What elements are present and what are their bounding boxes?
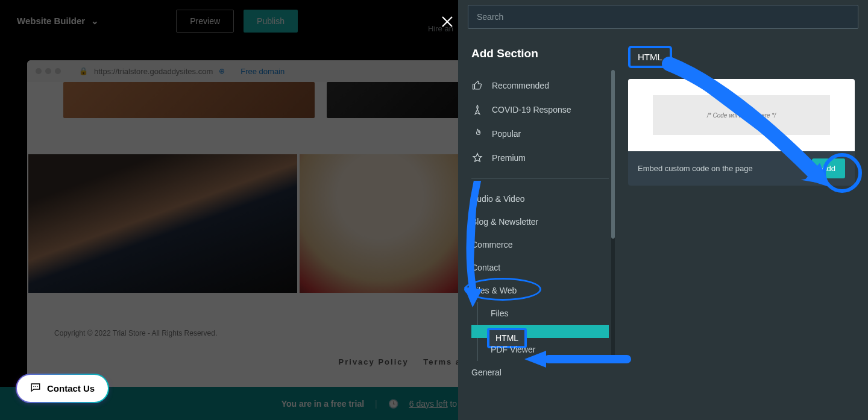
- strip-image: [63, 82, 315, 118]
- category-label: Files & Web: [471, 286, 517, 295]
- trial-days-link[interactable]: 6 days left: [409, 399, 448, 409]
- section-preview-column: HTML /* Code will render here */ Embed c…: [615, 34, 868, 420]
- categories-list: Add Section Recommended COVID-19 Respons…: [458, 34, 615, 420]
- category-files-web[interactable]: Files & Web: [471, 279, 615, 302]
- gallery-image: [28, 154, 297, 293]
- section-card-html: /* Code will render here */ Embed custom…: [628, 79, 855, 186]
- category-label: Commerce: [471, 240, 512, 249]
- subcategory-files[interactable]: Files: [471, 302, 615, 325]
- trial-lead: You are in a free trial: [281, 399, 364, 409]
- category-label: COVID-19 Response: [492, 105, 571, 114]
- subcategory-pdf-viewer[interactable]: PDF Viewer: [471, 338, 615, 361]
- category-general[interactable]: General: [471, 361, 615, 384]
- preview-tag: HTML: [628, 46, 672, 68]
- brand-dropdown[interactable]: Website Builder ⌄: [17, 16, 99, 27]
- svg-point-1: [35, 386, 36, 387]
- category-label: Premium: [492, 153, 526, 163]
- window-dot: [36, 68, 42, 74]
- sub-group-files-web: Files HTML PDF Viewer: [471, 302, 615, 361]
- category-covid[interactable]: COVID-19 Response: [471, 98, 615, 122]
- panel-title: Add Section: [471, 47, 615, 60]
- category-label: Popular: [492, 129, 521, 139]
- code-placeholder: /* Code will render here */: [653, 95, 829, 135]
- globe-icon: ⊕: [219, 67, 225, 75]
- window-dot: [45, 68, 51, 74]
- add-section-panel: Add Section Recommended COVID-19 Respons…: [458, 0, 868, 420]
- category-premium[interactable]: Premium: [471, 146, 615, 170]
- chat-icon: [30, 382, 41, 395]
- divider: [471, 178, 609, 179]
- copyright-text: Copyright © 2022 Trial Store - All Right…: [54, 329, 217, 337]
- category-label: General: [471, 368, 502, 377]
- publish-button[interactable]: Publish: [244, 10, 298, 33]
- category-blog-newsletter[interactable]: Blog & Newsletter: [471, 210, 615, 233]
- star-icon: [471, 152, 483, 164]
- lock-icon: 🔒: [79, 67, 88, 75]
- free-domain-link[interactable]: Free domain: [241, 67, 285, 76]
- category-label: Audio & Video: [471, 194, 524, 204]
- address-bar-url: https://trialstore.godaddysites.com: [94, 67, 213, 76]
- svg-point-2: [37, 386, 38, 387]
- card-description: Embed custom code on the page: [638, 164, 753, 173]
- ribbon-icon: [471, 104, 483, 116]
- contact-label: Contact Us: [47, 383, 95, 393]
- category-label: Blog & Newsletter: [471, 217, 538, 227]
- divider: |: [375, 399, 377, 409]
- window-dot: [55, 68, 61, 74]
- window-controls: [36, 68, 61, 74]
- subcategory-label: PDF Viewer: [491, 345, 535, 354]
- brand-label: Website Builder: [17, 16, 85, 26]
- subcategory-html[interactable]: HTML: [471, 325, 609, 338]
- contact-us-button[interactable]: Contact Us: [17, 375, 108, 402]
- preview-button[interactable]: Preview: [176, 10, 234, 33]
- category-contact[interactable]: Contact: [471, 256, 615, 279]
- clock-icon: 🕒: [388, 399, 398, 409]
- category-audio-video[interactable]: Audio & Video: [471, 187, 615, 210]
- subcategory-label: Files: [491, 309, 509, 318]
- thumb-up-icon: [471, 80, 483, 92]
- category-label: Contact: [471, 263, 500, 272]
- chevron-down-icon: ⌄: [91, 16, 99, 27]
- privacy-link[interactable]: Privacy Policy: [339, 357, 409, 366]
- close-icon[interactable]: [440, 14, 454, 31]
- category-commerce[interactable]: Commerce: [471, 233, 615, 256]
- svg-point-0: [33, 386, 34, 387]
- fire-icon: [471, 128, 483, 140]
- category-label: Recommended: [492, 81, 549, 90]
- search-input[interactable]: [468, 5, 858, 29]
- card-thumbnail: /* Code will render here */: [628, 79, 855, 151]
- category-recommended[interactable]: Recommended: [471, 74, 615, 98]
- add-button[interactable]: Add: [812, 158, 845, 178]
- category-popular[interactable]: Popular: [471, 122, 615, 146]
